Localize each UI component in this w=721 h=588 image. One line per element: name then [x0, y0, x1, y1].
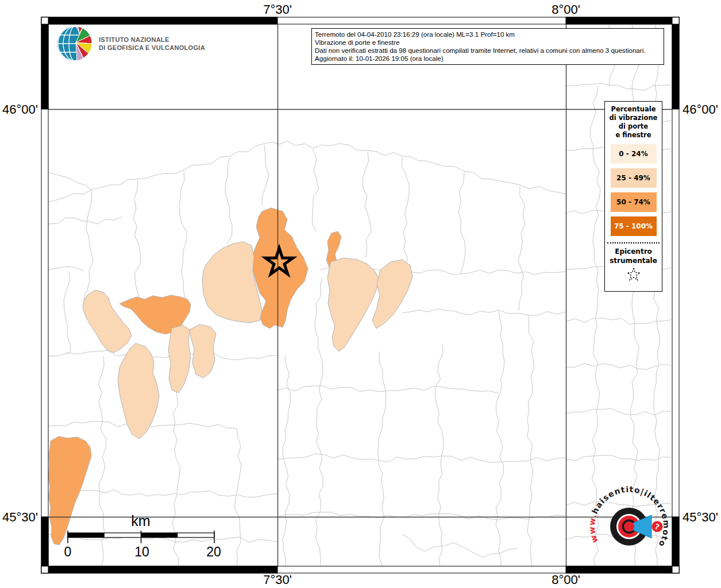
boundary-line [277, 454, 566, 462]
municipality-polygon [118, 343, 159, 439]
legend-title: Percentuale di vibrazione di porte e fin… [605, 105, 662, 140]
boundary-line [283, 356, 291, 567]
legend-class-25-49: 25 - 49% [611, 168, 657, 188]
boundary-line [277, 512, 566, 520]
boundary-line [378, 351, 386, 567]
map-canvas: km 0 10 20 [0, 0, 721, 588]
legend-star-icon [627, 268, 640, 280]
event-data-source-line: Dati non verificati estratti da 98 quest… [315, 47, 661, 55]
boundary-line [363, 152, 371, 257]
boundary-line [496, 310, 504, 567]
legend-title-line: e finestre [605, 131, 662, 140]
ingv-name: ISTITUTO NAZIONALE DI GEOFISICA E VULCAN… [99, 36, 205, 52]
scale-tick-10: 10 [134, 544, 149, 559]
lat-label-left-bottom: 45°30' [2, 510, 38, 524]
event-info-box: Terremoto del 04-04-2010 23:16:29 (ora l… [311, 28, 664, 65]
scale-bar-unit: km [131, 513, 150, 529]
boundary-line [312, 149, 318, 232]
legend: Percentuale di vibrazione di porte e fin… [604, 101, 662, 292]
event-updated-line: Aggiornato il: 10-01-2026 19:05 (ora loc… [315, 55, 661, 63]
legend-class-label: 75 - 100% [611, 216, 657, 236]
legend-class-0-24: 0 - 24% [611, 144, 657, 164]
legend-class-50-74: 50 - 74% [611, 192, 657, 212]
municipality-polygon [327, 258, 379, 351]
boundary-line [84, 191, 93, 300]
scale-tick-0: 0 [64, 544, 72, 559]
lat-label-right-bottom: 45°30' [683, 510, 718, 524]
legend-class-label: 25 - 49% [611, 168, 657, 188]
boundary-line [315, 278, 323, 567]
ingv-logo: ISTITUTO NAZIONALE DI GEOFISICA E VULCAN… [56, 25, 205, 62]
lon-label-top-left: 7°30' [263, 2, 292, 17]
ingv-globe-icon [56, 25, 93, 62]
boundary-line [402, 157, 409, 274]
lon-label-top-right: 8°00' [552, 2, 580, 17]
ingv-name-line1: ISTITUTO NAZIONALE [99, 36, 205, 44]
event-summary-line: Terremoto del 04-04-2010 23:16:29 (ora l… [315, 30, 661, 38]
boundary-line [64, 271, 71, 355]
boundary-line [590, 86, 600, 567]
boundary-line [518, 186, 525, 311]
boundary-line [48, 217, 122, 224]
boundary-line [566, 409, 671, 415]
municipality-polygon [190, 324, 216, 378]
boundary-line [48, 350, 277, 359]
boundary-line [566, 363, 671, 369]
boundary-line [566, 455, 671, 461]
boundary-line [234, 428, 241, 567]
lon-label-bottom-left: 7°30' [263, 572, 292, 587]
lat-label-left-top: 46°00' [2, 102, 38, 117]
ingv-name-line2: DI GEOFISICA E VULCANOLOGIA [99, 44, 205, 52]
boundary-line [133, 180, 141, 297]
boundary-line [402, 309, 566, 315]
legend-class-75-100: 75 - 100% [611, 216, 657, 236]
legend-title-line: Percentuale [605, 105, 662, 114]
boundary-line [262, 145, 269, 206]
intensity-polygons [48, 208, 412, 545]
boundary-line [225, 157, 232, 243]
boundary-line [458, 172, 465, 274]
legend-class-label: 0 - 24% [611, 144, 657, 164]
boundary-line [527, 315, 534, 567]
lon-label-bottom-right: 8°00' [552, 572, 580, 587]
municipality-polygon [202, 242, 262, 323]
legend-title-line: di vibrazione [605, 114, 662, 122]
legend-title-line: di porte [605, 122, 662, 131]
boundary-line [48, 172, 92, 191]
event-effect-line: Vibrazione di porte e finestre [315, 38, 661, 47]
boundary-line [277, 386, 499, 393]
bullseye-center [624, 521, 634, 532]
intensity-map-page: km 0 10 20 [0, 0, 721, 588]
boundary-line [48, 141, 566, 202]
boundary-line [48, 266, 84, 271]
scale-bar: km 0 10 20 [64, 513, 221, 559]
legend-class-label: 50 - 74% [611, 192, 657, 212]
legend-epicenter-symbol [605, 268, 662, 284]
legend-divider [607, 242, 660, 243]
watermark-it: .it [0, 0, 2, 2]
legend-epicenter-line: Epicentro [605, 247, 662, 257]
municipality-polygon [83, 290, 132, 353]
scale-tick-20: 20 [206, 544, 221, 559]
legend-epicenter-line: strumentale [605, 257, 662, 266]
legend-epicenter-label: Epicentro strumentale [605, 247, 662, 265]
lat-label-right-top: 46°00' [683, 102, 718, 117]
municipality-polygon [168, 325, 191, 393]
boundary-line [48, 490, 277, 497]
boundary-line [566, 318, 671, 324]
